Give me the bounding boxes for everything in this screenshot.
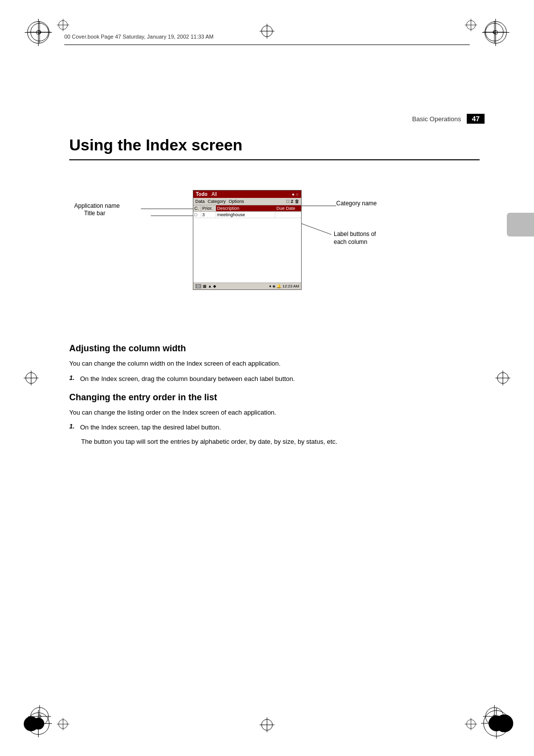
- svg-point-59: [489, 715, 504, 731]
- col-header-desc: Description: [216, 205, 275, 211]
- screen-app-name: Todo: [196, 191, 208, 197]
- menu-data: Data: [195, 199, 205, 204]
- label-buttons-label: Label buttons of: [334, 231, 376, 237]
- taskbar-icons: ▦ ▲ ◆: [203, 284, 216, 288]
- col-header-prior: Prior.: [201, 205, 216, 211]
- section-heading-order: Changing the entry order in the list: [69, 392, 480, 403]
- screen-category-display: All: [212, 191, 217, 197]
- crosshair-large-bottom-left: [25, 710, 52, 737]
- section-name: Basic Operations: [412, 115, 461, 123]
- main-content: Using the Index screen Application name …: [69, 136, 480, 447]
- crosshair-bottom-left-inner: [57, 718, 69, 730]
- crosshair-right-center: [495, 371, 510, 385]
- step-number-1: 1.: [69, 374, 80, 381]
- crosshair-left-center: [24, 371, 39, 385]
- label-buttons-label2: each column: [334, 238, 367, 245]
- step-order-text: On the Index screen, tap the desired lab…: [80, 423, 221, 433]
- col-header-c: C.: [193, 205, 201, 211]
- cell-priority: 3: [201, 212, 216, 218]
- screen-title-icons: ●○: [292, 192, 299, 197]
- title-bar-label: Title bar: [84, 210, 105, 217]
- section-intro-order: You can change the listing order on the …: [69, 408, 480, 418]
- screen-body: [193, 218, 301, 283]
- step-text-1: On the Index screen, drag the column bou…: [80, 374, 295, 384]
- crosshair-top-center: [260, 24, 274, 39]
- screen-col-headers: C. Prior. Description Due Date: [193, 205, 301, 212]
- crosshair-bottom-center: [260, 717, 274, 732]
- cell-due-date: [275, 214, 301, 215]
- category-name-label: Category name: [336, 200, 377, 207]
- header-rule: [64, 45, 470, 45]
- cell-description: meetinghouse: [216, 212, 275, 218]
- menu-category: Category: [208, 199, 226, 204]
- title-rule: [69, 159, 480, 160]
- header-file-info: 00 Cover.book Page 47 Saturday, January …: [64, 34, 214, 40]
- screen-mockup: Todo All ●○ Data Category Options □2🗑 C.: [193, 190, 302, 290]
- page-number-area: Basic Operations 47: [412, 114, 485, 124]
- step-order-number: 1.: [69, 423, 80, 430]
- taskbar-time: ♦ ◈ 🔔 12:23 AM: [269, 284, 299, 288]
- menu-options: Options: [229, 199, 244, 204]
- crosshair-bottom-right-inner: [465, 718, 477, 730]
- page-number-box: 47: [467, 114, 485, 124]
- col-header-due: Due Date: [275, 205, 301, 211]
- page-title: Using the Index screen: [69, 136, 480, 154]
- svg-point-55: [33, 718, 44, 730]
- svg-line-25: [302, 224, 331, 235]
- crosshair-top-left-inner: [57, 19, 69, 31]
- crosshair-top-right-inner: [465, 19, 477, 31]
- thumb-tab: [507, 213, 534, 236]
- cell-checkbox: □: [193, 212, 201, 218]
- diagram-container: Application name Title bar Category name…: [74, 175, 480, 329]
- section-heading-adjust: Adjusting the column width: [69, 343, 480, 354]
- screen-menu-bar: Data Category Options □2🗑: [193, 198, 301, 205]
- taskbar-start: G: [195, 284, 201, 288]
- section-intro-adjust: You can change the column width on the I…: [69, 359, 480, 369]
- step-adjust-1: 1. On the Index screen, drag the column …: [69, 374, 480, 384]
- crosshair-large-top-right: [482, 19, 509, 46]
- screen-title-bar: Todo All ●○: [193, 190, 301, 198]
- screen-taskbar: G ▦ ▲ ◆ ♦ ◈ 🔔 12:23 AM: [193, 283, 301, 289]
- crosshair-large-top-left: [25, 19, 52, 46]
- app-name-label: Application name: [74, 202, 120, 209]
- step-order-1: 1. On the Index screen, tap the desired …: [69, 423, 480, 433]
- screen-data-row: □ 3 meetinghouse: [193, 212, 301, 218]
- step-order-subtext: The button you tap will sort the entries…: [81, 437, 480, 447]
- crosshair-large-bottom-right: [481, 708, 512, 739]
